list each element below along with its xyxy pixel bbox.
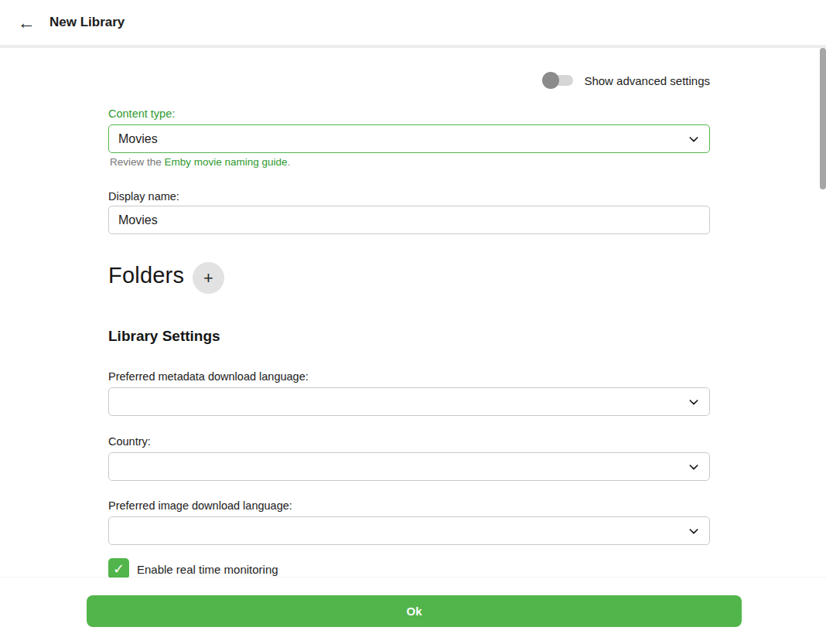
plus-icon: + (203, 268, 213, 288)
back-button[interactable]: ← (11, 7, 42, 38)
appbar-divider (0, 45, 826, 48)
realtime-monitoring-checkbox-row[interactable]: ✓ Enable real time monitoring (108, 558, 278, 579)
show-advanced-settings-toggle[interactable]: Show advanced settings (542, 71, 710, 90)
app-bar: ← New Library (0, 0, 826, 45)
checkbox-checked-icon[interactable]: ✓ (108, 558, 129, 579)
new-library-page: ← New Library Show advanced settings Con… (0, 0, 826, 644)
add-folder-button[interactable]: + (193, 262, 224, 294)
content-type-select[interactable]: Movies (108, 124, 710, 153)
image-language-label: Preferred image download language: (108, 499, 292, 512)
country-label: Country: (108, 435, 151, 448)
chevron-down-icon (688, 525, 700, 537)
helper-suffix: . (288, 156, 291, 168)
chevron-down-icon (688, 461, 700, 473)
content-type-label: Content type: (108, 107, 175, 120)
footer-bar: Ok (0, 578, 826, 644)
country-select[interactable] (108, 452, 710, 481)
naming-guide-link[interactable]: Emby movie naming guide (165, 156, 288, 168)
content-type-helper: Review the Emby movie naming guide. (110, 156, 290, 168)
vertical-scrollbar-thumb[interactable] (820, 48, 826, 189)
helper-prefix: Review the (110, 156, 165, 168)
chevron-down-icon (688, 396, 700, 408)
metadata-language-select[interactable] (108, 387, 710, 416)
ok-button[interactable]: Ok (87, 595, 742, 627)
chevron-down-icon (688, 133, 700, 145)
display-name-value: Movies (118, 213, 158, 227)
metadata-language-label: Preferred metadata download language: (108, 370, 309, 383)
content-type-value: Movies (118, 132, 158, 146)
page-title: New Library (49, 15, 125, 30)
display-name-label: Display name: (108, 190, 179, 203)
toggle-knob-icon (542, 72, 559, 89)
display-name-input[interactable]: Movies (108, 206, 710, 234)
back-arrow-icon: ← (18, 12, 36, 32)
check-icon: ✓ (113, 562, 125, 576)
realtime-monitoring-label: Enable real time monitoring (137, 563, 278, 576)
folders-heading: Folders (108, 263, 184, 288)
library-settings-heading: Library Settings (108, 328, 220, 345)
toggle-track-icon[interactable] (545, 75, 573, 86)
image-language-select[interactable] (108, 516, 710, 545)
toggle-label: Show advanced settings (584, 74, 710, 87)
